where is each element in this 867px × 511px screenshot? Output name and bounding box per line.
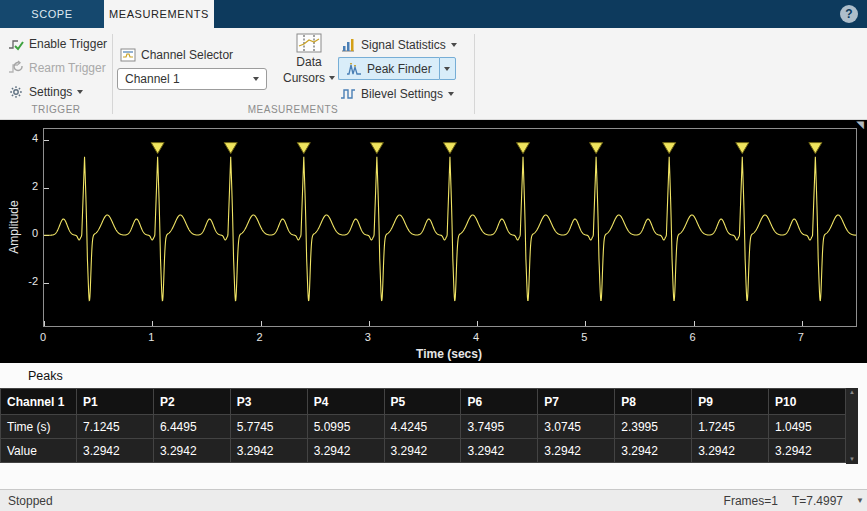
help-button[interactable]: ? (840, 5, 858, 23)
chevron-down-icon (253, 77, 259, 81)
x-axis-label: Time (secs) (43, 347, 855, 361)
enable-trigger-label: Enable Trigger (29, 37, 107, 51)
peak-value-cell: 3.7495 (461, 415, 538, 439)
signal-statistics-label: Signal Statistics (361, 38, 446, 52)
peak-value-cell: 6.4495 (153, 415, 230, 439)
rearm-trigger-button[interactable]: Rearm Trigger (8, 59, 106, 77)
status-text: Stopped (8, 494, 53, 508)
x-tick-label: 2 (248, 331, 272, 343)
x-tick-label: 0 (31, 331, 55, 343)
enable-trigger-icon (8, 36, 24, 52)
tab-measurements-label: MEASUREMENTS (109, 8, 209, 20)
help-icon: ? (845, 7, 852, 21)
x-tick-label: 7 (789, 331, 813, 343)
peak-value-cell: 3.2942 (692, 439, 769, 463)
waveform-canvas[interactable] (44, 129, 856, 326)
peak-finder-button[interactable]: Peak Finder (338, 57, 439, 80)
row-label-cell: Time (s) (1, 415, 77, 439)
peak-value-cell: 1.0495 (769, 415, 846, 439)
table-scrollbar[interactable]: ▲ ▼ (846, 388, 858, 464)
tab-bar: SCOPE MEASUREMENTS ? (0, 0, 867, 28)
data-cursors-label-line1: Data (296, 55, 321, 69)
table-row: Time (s)7.12456.44955.77455.09954.42453.… (1, 415, 846, 439)
tab-scope[interactable]: SCOPE (0, 0, 104, 28)
chevron-down-icon (329, 76, 335, 80)
plot-box[interactable] (43, 128, 857, 327)
peak-column-header: P4 (307, 389, 384, 415)
peak-column-header: P5 (384, 389, 461, 415)
bilevel-settings-button[interactable]: Bilevel Settings (340, 85, 454, 103)
enable-trigger-button[interactable]: Enable Trigger (8, 35, 107, 53)
peak-finder-icon (346, 61, 362, 77)
scroll-down-icon[interactable]: ▼ (849, 456, 855, 463)
peak-value-cell: 3.2942 (153, 439, 230, 463)
trigger-settings-button[interactable]: Settings (8, 83, 83, 101)
x-tick-label: 3 (356, 331, 380, 343)
tab-scope-label: SCOPE (31, 8, 73, 20)
channel-selector-label: Channel Selector (141, 48, 233, 62)
scope-plot-region: Amplitude Time (secs) ◥ 01234567420-2 (0, 120, 867, 363)
bilevel-settings-icon (340, 86, 356, 102)
scope-window: SCOPE MEASUREMENTS ? Enable Trigger Rear… (0, 0, 867, 511)
data-cursors-button[interactable]: Data Cursors (276, 33, 342, 85)
peak-value-cell: 3.2942 (384, 439, 461, 463)
y-tick-label: 4 (8, 132, 38, 144)
data-cursors-icon (296, 33, 322, 53)
peak-column-header: P8 (615, 389, 692, 415)
peak-column-header: P1 (77, 389, 154, 415)
x-tick-label: 5 (572, 331, 596, 343)
peak-column-header: P3 (230, 389, 307, 415)
frames-counter: Frames=1 (724, 494, 778, 508)
channel-selector-icon (120, 47, 136, 63)
peak-finder-control: Peak Finder (338, 57, 456, 80)
x-tick-label: 6 (681, 331, 705, 343)
toolstrip: Enable Trigger Rearm Trigger Settings TR… (0, 28, 867, 120)
peak-value-cell: 3.2942 (461, 439, 538, 463)
peak-value-cell: 1.7245 (692, 415, 769, 439)
y-tick-label: 0 (8, 227, 38, 239)
peak-value-cell: 3.0745 (538, 415, 615, 439)
peak-value-cell: 3.2942 (769, 439, 846, 463)
x-tick-label: 1 (139, 331, 163, 343)
data-cursors-label-line2: Cursors (283, 71, 325, 85)
peak-value-cell: 3.2942 (307, 439, 384, 463)
signal-statistics-icon (340, 37, 356, 53)
status-bar: Stopped Frames=1 T=7.4997 ▼ (0, 489, 867, 511)
peak-value-cell: 4.4245 (384, 415, 461, 439)
peak-column-header: P6 (461, 389, 538, 415)
time-counter: T=7.4997 (792, 494, 843, 508)
table-row: Value3.29423.29423.29423.29423.29423.294… (1, 439, 846, 463)
trigger-settings-label: Settings (29, 85, 72, 99)
measurements-section-label: MEASUREMENTS (112, 104, 474, 115)
chevron-down-icon (77, 90, 83, 94)
peak-value-cell: 7.1245 (77, 415, 154, 439)
channel-select-dropdown[interactable]: Channel 1 (117, 68, 267, 90)
peak-finder-label: Peak Finder (367, 62, 432, 76)
peaks-table: Channel 1P1P2P3P4P5P6P7P8P9P10Time (s)7.… (0, 388, 846, 463)
channel-column-header: Channel 1 (1, 389, 77, 415)
peak-value-cell: 3.2942 (230, 439, 307, 463)
peak-column-header: P7 (538, 389, 615, 415)
toolbar-separator (112, 34, 113, 114)
expand-panel-icon[interactable]: ◥ (856, 120, 864, 130)
peak-finder-dropdown-button[interactable] (439, 57, 456, 80)
signal-statistics-button[interactable]: Signal Statistics (340, 36, 457, 54)
peak-value-cell: 3.2942 (615, 439, 692, 463)
channel-selector-header: Channel Selector (120, 46, 233, 64)
peak-value-cell: 5.7745 (230, 415, 307, 439)
y-tick-label: -2 (8, 275, 38, 287)
tab-measurements[interactable]: MEASUREMENTS (104, 0, 214, 28)
peak-value-cell: 5.0995 (307, 415, 384, 439)
rearm-trigger-label: Rearm Trigger (29, 61, 106, 75)
toolbar-separator (474, 34, 475, 114)
peak-column-header: P2 (153, 389, 230, 415)
peak-column-header: P9 (692, 389, 769, 415)
chevron-down-icon (444, 67, 450, 71)
scroll-up-icon[interactable]: ▲ (849, 389, 855, 396)
collapse-panel-icon[interactable]: ▼ (856, 496, 864, 505)
chevron-down-icon (448, 92, 454, 96)
rearm-trigger-icon (8, 60, 24, 76)
peaks-panel-title: Peaks (28, 369, 63, 383)
bilevel-settings-label: Bilevel Settings (361, 87, 443, 101)
row-label-cell: Value (1, 439, 77, 463)
